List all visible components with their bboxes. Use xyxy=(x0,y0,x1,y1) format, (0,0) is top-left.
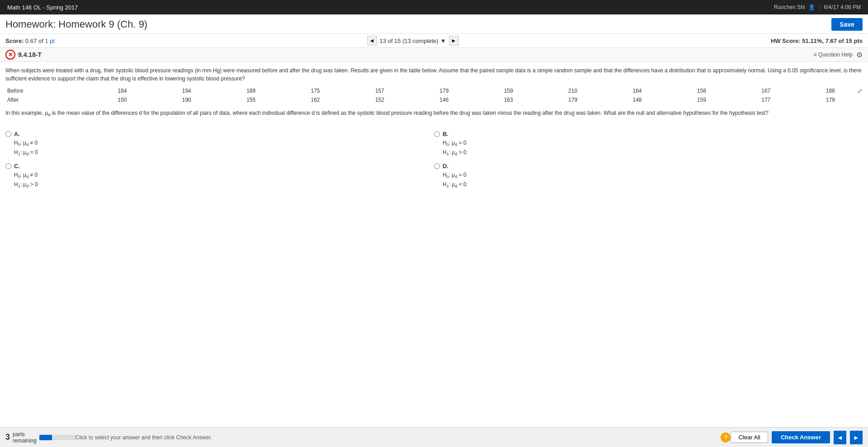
course-title: Math 146 OL - Spring 2017 xyxy=(7,4,78,11)
user-info: Ruochen Shi 👤 | 6/4/17 4:06 PM xyxy=(774,4,861,10)
question-id: 9.4.18-T xyxy=(18,51,42,58)
answer-row-1: A. H0: μd ≠ 0 H1: μd = 0 B. H0: μd = 0 H… xyxy=(5,130,863,158)
data-table: Before 184 194 189 175 157 179 159 210 1… xyxy=(5,86,863,104)
before-6: 179 xyxy=(412,86,476,95)
user-icon: 👤 xyxy=(808,4,815,10)
data-table-wrapper: Before 184 194 189 175 157 179 159 210 1… xyxy=(5,86,863,104)
divider: | xyxy=(819,4,820,10)
before-3: 189 xyxy=(219,86,283,95)
question-header: ✕ 9.4.18-T ≡ Question Help ⚙ xyxy=(0,48,868,62)
option-a-letter: A. xyxy=(14,131,20,137)
page-title: Homework: Homework 9 (Ch. 9) xyxy=(5,19,147,30)
nav-dropdown-arrow: ▼ xyxy=(440,38,446,44)
score-left: Score: 0.67 of 1 pt xyxy=(5,38,55,44)
before-9: 164 xyxy=(605,86,669,95)
before-12: 188 xyxy=(798,86,863,95)
after-3: 155 xyxy=(219,95,283,104)
option-c-math: H0: μd ≠ 0 H1: μd > 0 xyxy=(14,171,38,190)
intro-text: When subjects were treated with a drug, … xyxy=(5,66,863,83)
after-9: 148 xyxy=(605,95,669,104)
radio-option-b[interactable] xyxy=(434,131,440,137)
question-status-icon: ✕ xyxy=(5,50,15,60)
gear-icon[interactable]: ⚙ xyxy=(856,51,863,59)
answer-section: A. H0: μd ≠ 0 H1: μd = 0 B. H0: μd = 0 H… xyxy=(0,127,868,197)
option-d-letter: D. xyxy=(443,163,448,169)
hw-score: HW Score: 51.11%, 7.67 of 15 pts xyxy=(771,38,863,44)
after-label: After xyxy=(5,95,90,104)
list-icon: ≡ xyxy=(814,52,817,58)
option-b-letter: B. xyxy=(443,131,448,137)
nav-dropdown: 13 of 15 (13 complete) ▼ xyxy=(380,38,446,44)
username: Ruochen Shi xyxy=(774,4,805,10)
option-b-math: H0: μd = 0 H1: μd > 0 xyxy=(443,139,467,158)
question-content: When subjects were treated with a drug, … xyxy=(0,62,868,127)
radio-option-a[interactable] xyxy=(5,131,11,137)
before-8: 210 xyxy=(541,86,605,95)
hw-title-row: Homework: Homework 9 (Ch. 9) Save xyxy=(0,14,868,34)
before-10: 158 xyxy=(670,86,734,95)
before-7: 159 xyxy=(476,86,541,95)
question-id-area: ✕ 9.4.18-T xyxy=(5,50,42,60)
top-bar: Math 146 OL - Spring 2017 Ruochen Shi 👤 … xyxy=(0,0,868,14)
radio-option-d[interactable] xyxy=(434,163,440,169)
after-5: 152 xyxy=(348,95,412,104)
hw-score-label: HW Score: xyxy=(771,38,801,44)
nav-prev-button[interactable]: ◄ xyxy=(367,36,377,46)
nav-next-button[interactable]: ► xyxy=(449,36,459,46)
option-d-math: H0: μd = 0 H1: μd < 0 xyxy=(443,171,467,190)
answer-row-2: C. H0: μd ≠ 0 H1: μd > 0 D. H0: μd = 0 H… xyxy=(5,162,863,190)
question-help-button[interactable]: ≡ Question Help xyxy=(814,52,853,58)
after-8: 179 xyxy=(541,95,605,104)
after-7: 163 xyxy=(476,95,541,104)
score-row: Score: 0.67 of 1 pt ◄ 13 of 15 (13 compl… xyxy=(0,34,868,48)
after-12: 179 xyxy=(798,95,863,104)
score-of: of xyxy=(38,38,43,44)
option-a: A. H0: μd ≠ 0 H1: μd = 0 xyxy=(5,130,434,158)
after-11: 177 xyxy=(734,95,798,104)
option-a-label: A. H0: μd ≠ 0 H1: μd = 0 xyxy=(14,130,38,158)
before-label: Before xyxy=(5,86,90,95)
hw-score-value: 51.11%, 7.67 of 15 pts xyxy=(802,38,863,44)
before-1: 184 xyxy=(90,86,154,95)
before-4: 175 xyxy=(283,86,347,95)
nav-text: 13 of 15 (13 complete) xyxy=(380,38,439,44)
radio-option-c[interactable] xyxy=(5,163,11,169)
after-6: 146 xyxy=(412,95,476,104)
after-1: 150 xyxy=(90,95,154,104)
option-a-math: H0: μd ≠ 0 H1: μd = 0 xyxy=(14,139,38,158)
option-d: D. H0: μd = 0 H1: μd < 0 xyxy=(434,162,863,190)
expand-table-icon[interactable]: ⤢ xyxy=(857,86,863,96)
nav-center: ◄ 13 of 15 (13 complete) ▼ ► xyxy=(367,36,459,46)
before-5: 157 xyxy=(348,86,412,95)
score-label: Score: xyxy=(5,38,24,44)
before-2: 194 xyxy=(155,86,219,95)
score-pt: 1 pt xyxy=(45,38,55,44)
option-c: C. H0: μd ≠ 0 H1: μd > 0 xyxy=(5,162,434,190)
option-b: B. H0: μd = 0 H1: μd > 0 xyxy=(434,130,863,158)
datetime: 6/4/17 4:06 PM xyxy=(824,4,861,10)
save-button[interactable]: Save xyxy=(831,18,863,31)
option-c-letter: C. xyxy=(14,163,20,169)
after-10: 159 xyxy=(670,95,734,104)
option-d-label: D. H0: μd = 0 H1: μd < 0 xyxy=(443,162,467,190)
question-text: In this example, μd is the mean value of… xyxy=(5,109,863,118)
score-value: 0.67 xyxy=(25,38,37,44)
after-4: 162 xyxy=(283,95,347,104)
before-11: 167 xyxy=(734,86,798,95)
before-row: Before 184 194 189 175 157 179 159 210 1… xyxy=(5,86,863,95)
after-2: 190 xyxy=(155,95,219,104)
option-c-label: C. H0: μd ≠ 0 H1: μd > 0 xyxy=(14,162,38,190)
after-row: After 150 190 155 162 152 146 163 179 14… xyxy=(5,95,863,104)
question-actions: ≡ Question Help ⚙ xyxy=(814,51,863,59)
option-b-label: B. H0: μd = 0 H1: μd > 0 xyxy=(443,130,467,158)
